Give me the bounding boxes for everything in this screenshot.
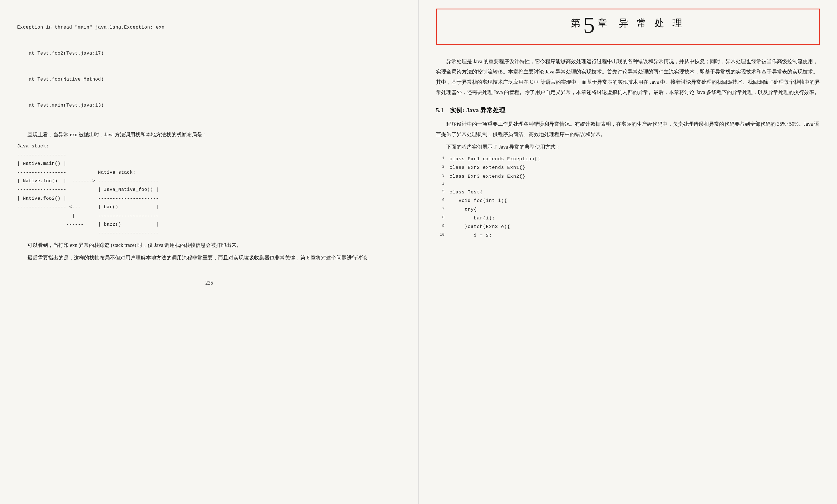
page-number: 225: [17, 280, 401, 286]
right-page: 第 5 章 异 常 处 理 异常处理是 Java 的重要程序设计特性，它令程序能…: [419, 0, 837, 504]
code-line: 10 i = 3;: [436, 231, 820, 240]
trace-line: at Test.foo2(Test.java:17): [17, 49, 401, 58]
exception-trace: Exception in thread "main" java.lang.Exc…: [17, 6, 401, 127]
code-line: 3class Exn3 extends Exn2{}: [436, 172, 820, 181]
code-line: 9 }catch(Exn3 e){: [436, 223, 820, 231]
code-line: 4: [436, 181, 820, 188]
left-page: Exception in thread "main" java.lang.Exc…: [0, 0, 419, 504]
paragraph: 程序设计中的一项重要工作是处理各种错误和异常情况。有统计数据表明，在实际的生产级…: [436, 119, 820, 139]
code-line: 7 try{: [436, 205, 820, 214]
trace-line: Exception in thread "main" java.lang.Exc…: [17, 23, 401, 32]
chapter-number: 5: [583, 13, 596, 38]
code-line: 2class Exn2 extends Exn1{}: [436, 164, 820, 172]
code-line: 5class Test{: [436, 188, 820, 197]
paragraph: 可以看到，当打印 exn 异常的栈踪迹 (stack trace) 时，仅 Ja…: [17, 240, 401, 250]
stack-diagram: Java stack: ----------------- | Native.m…: [17, 142, 401, 238]
chapter-prefix: 第: [571, 18, 582, 28]
section-heading: 5.1 实例: Java 异常处理: [436, 106, 820, 115]
chapter-title: 异 常 处 理: [619, 18, 685, 28]
code-line: 6 void foo(int i){: [436, 197, 820, 205]
chapter-suffix: 章: [598, 18, 609, 28]
paragraph: 下面的程序实例展示了 Java 异常的典型使用方式：: [436, 142, 820, 152]
code-line: 8 bar(i);: [436, 214, 820, 223]
trace-line: at Test.main(Test.java:13): [17, 101, 401, 110]
paragraph: 直观上看，当异常 exn 被抛出时，Java 方法调用栈和本地方法栈的栈帧布局是…: [17, 129, 401, 140]
trace-line: at Test.foo(Native Method): [17, 75, 401, 84]
code-listing: 1class Exn1 extends Exception{} 2class E…: [436, 155, 820, 240]
paragraph: 最后需要指出的是，这样的栈帧布局不但对用户理解本地方法的调用流程非常重要，而且对…: [17, 253, 401, 263]
intro-paragraph: 异常处理是 Java 的重要程序设计特性，它令程序能够高效处理运行过程中出现的各…: [436, 56, 820, 97]
chapter-heading-box: 第 5 章 异 常 处 理: [436, 8, 820, 45]
code-line: 1class Exn1 extends Exception{}: [436, 155, 820, 164]
book-spread: Exception in thread "main" java.lang.Exc…: [0, 0, 837, 504]
